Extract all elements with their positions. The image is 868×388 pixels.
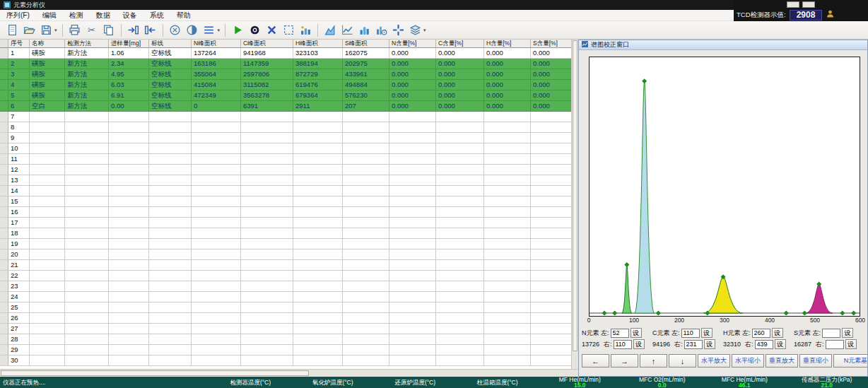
column-header-10[interactable]: C含量[%] [436,40,484,48]
set-left-button-C[interactable]: 设 [701,328,712,338]
set-right-button-C[interactable]: 设 [704,339,715,349]
menu-item-2[interactable]: 检测 [63,11,90,20]
save-icon[interactable] [38,23,54,38]
element-right-input-H[interactable] [755,340,773,349]
menu-item-4[interactable]: 设备 [117,11,143,20]
table-row-9[interactable]: 9 [0,133,575,143]
stop-icon[interactable] [264,23,279,38]
pan-right-button[interactable]: → [611,354,638,368]
contrast-icon[interactable] [184,23,200,38]
sampler-icon[interactable] [298,23,313,38]
menu-item-3[interactable]: 数据 [90,11,117,20]
menu-item-0[interactable]: 序列(F) [0,11,36,20]
set-left-button-N[interactable]: 设 [631,328,642,338]
pan-up-button[interactable]: ↑ [640,354,667,368]
table-row-25[interactable]: 25 [0,302,575,313]
horizontal-zoom-in-button[interactable]: 水平放大 [698,354,730,368]
column-header-9[interactable]: N含量[%] [389,40,436,48]
table-row-4[interactable]: 4磺胺新方法6.03空标线41508431150826194764948840.… [0,80,575,90]
column-header-5[interactable]: N峰面积 [192,40,241,48]
column-header-7[interactable]: H峰面积 [293,40,343,48]
table-row-23[interactable]: 23 [0,281,575,292]
table-row-8[interactable]: 8 [0,122,575,133]
table-row-14[interactable]: 14 [0,186,575,196]
set-right-button-S[interactable]: 设 [845,339,857,349]
chart-settings-icon[interactable] [373,23,389,38]
bar-chart-icon[interactable] [356,23,372,38]
element-left-input-C[interactable] [681,329,700,338]
table-row-22[interactable]: 22 [0,271,575,281]
chevron-down-icon[interactable]: ▾ [218,28,221,33]
column-header-6[interactable]: C峰面积 [241,40,293,48]
table-row-13[interactable]: 13 [0,175,575,186]
table-row-15[interactable]: 15 [0,196,575,207]
element-right-input-N[interactable] [614,340,632,349]
column-header-1[interactable]: 名称 [30,40,65,48]
set-right-button-N[interactable]: 设 [633,339,645,349]
table-row-3[interactable]: 3磺胺新方法4.95空标线35506425978068727294339610.… [0,69,575,80]
copy-icon[interactable] [101,23,117,38]
menu-item-6[interactable]: 帮助 [170,11,197,20]
table-row-5[interactable]: 5磺胺新方法6.91空标线47234935632786793645762300.… [0,90,575,101]
list-icon[interactable] [201,23,217,38]
maximize-button[interactable] [802,1,815,8]
new-icon[interactable] [4,23,20,38]
select-icon[interactable] [281,23,296,38]
layers-icon[interactable] [407,23,423,38]
table-row-21[interactable]: 21 [0,260,575,271]
import-icon[interactable] [126,23,141,38]
pan-down-button[interactable]: ↓ [669,354,696,368]
set-left-button-S[interactable]: 设 [842,328,853,338]
table-row-20[interactable]: 20 [0,249,575,260]
open-icon[interactable] [21,23,37,38]
element-left-input-N[interactable] [611,329,629,338]
column-header-3[interactable]: 进样量[mg] [109,40,149,48]
column-header-8[interactable]: S峰面积 [343,40,389,48]
cancel-icon[interactable] [168,23,183,38]
table-row-29[interactable]: 29 [0,345,575,355]
table-row-1[interactable]: 1磺胺新方法1.06空标线1372649419683231031620750.0… [0,48,575,59]
table-row-6[interactable]: 6空白新方法0.00空标线0639129112070.0000.0000.000… [0,101,575,112]
chevron-down-icon[interactable]: ▾ [54,28,57,33]
table-row-7[interactable]: 7 [0,112,575,122]
table-row-24[interactable]: 24 [0,292,575,302]
vertical-zoom-out-button[interactable]: 垂直缩小 [799,354,832,368]
set-right-button-H[interactable]: 设 [775,339,786,349]
area-chart-icon[interactable] [322,23,338,38]
element-right-input-C[interactable] [684,340,703,349]
baseline-button[interactable]: N元素基线 [833,354,867,368]
set-left-button-H[interactable]: 设 [772,328,783,338]
column-header-0[interactable]: 序号 [8,40,30,48]
table-row-17[interactable]: 17 [0,218,575,228]
print-icon[interactable] [67,23,83,38]
menu-item-1[interactable]: 编辑 [36,11,63,20]
table-row-2[interactable]: 2磺胺新方法2.34空标线16318611473593881942029750.… [0,59,575,69]
table-row-19[interactable]: 19 [0,239,575,249]
column-header-4[interactable]: 标线 [149,40,192,48]
column-header-2[interactable]: 检测方法 [65,40,109,48]
table-row-30[interactable]: 30 [0,355,575,366]
column-header-12[interactable]: S含量[%] [531,40,575,48]
table-row-16[interactable]: 16 [0,207,575,218]
cut-icon[interactable]: ✂ [84,23,100,38]
table-row-18[interactable]: 18 [0,228,575,239]
horizontal-scrollbar-thumb[interactable] [1,370,309,376]
start-icon[interactable] [230,23,245,38]
export-icon[interactable] [143,23,158,38]
table-horizontal-scrollbar[interactable] [0,369,578,377]
element-left-input-H[interactable] [752,329,770,338]
table-row-10[interactable]: 10 [0,143,575,154]
table-row-28[interactable]: 28 [0,334,575,345]
horizontal-zoom-out-button[interactable]: 水平缩小 [732,354,764,368]
menu-item-5[interactable]: 系统 [143,11,170,20]
user-icon[interactable] [826,8,835,21]
table-row-11[interactable]: 11 [0,154,575,165]
chevron-down-icon[interactable]: ▾ [423,28,426,33]
table-row-12[interactable]: 12 [0,165,575,175]
chromatogram-chart[interactable] [589,57,860,317]
line-chart-icon[interactable] [339,23,355,38]
element-left-input-S[interactable] [822,329,840,338]
crosshair-icon[interactable] [390,23,406,38]
element-right-input-S[interactable] [826,340,844,349]
table-row-27[interactable]: 27 [0,324,575,334]
